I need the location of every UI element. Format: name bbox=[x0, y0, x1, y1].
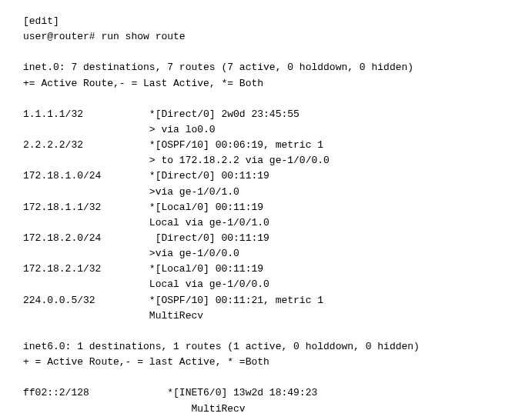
route-row: 172.18.2.1/32 *[Local/0] 00:11:19 bbox=[23, 262, 499, 277]
route-row: 2.2.2.2/32 *[OSPF/10] 00:06:19, metric 1 bbox=[23, 138, 499, 153]
blank-line bbox=[23, 92, 499, 107]
blank-line bbox=[23, 45, 499, 60]
route-row: 172.18.2.0/24 [Direct/0] 00:11:19 bbox=[23, 231, 499, 246]
route-row: > via lo0.0 bbox=[23, 122, 499, 138]
route-row: > to 172.18.2.2 via ge-1/0/0.0 bbox=[23, 153, 499, 168]
blank-line bbox=[23, 370, 499, 385]
inet6-summary: inet6.0: 1 destinations, 1 routes (1 act… bbox=[23, 339, 499, 355]
inet6-legend: + = Active Route,- = last Active, * =Bot… bbox=[23, 355, 499, 370]
route-row: MultiRecv bbox=[23, 402, 499, 417]
inet4-summary: inet.0: 7 destinations, 7 routes (7 acti… bbox=[23, 60, 499, 75]
route-row: >via ge-1/0/0.0 bbox=[23, 246, 499, 262]
route-row: Local via ge-1/0/0.0 bbox=[23, 277, 499, 292]
route-row: >via ge-1/0/1.0 bbox=[23, 185, 499, 200]
edit-marker: [edit] bbox=[23, 14, 499, 29]
inet4-route-table: 1.1.1.1/32 *[Direct/0] 2w0d 23:45:55 > v… bbox=[23, 107, 499, 324]
route-row: Local via ge-1/0/1.0 bbox=[23, 215, 499, 231]
cli-prompt: user@router# run show route bbox=[23, 29, 499, 45]
inet4-legend: += Active Route,- = Last Active, *= Both bbox=[23, 76, 499, 92]
route-row: 172.18.1.1/32 *[Local/0] 00:11:19 bbox=[23, 200, 499, 215]
inet6-route-table: ff02::2/128 *[INET6/0] 13w2d 18:49:23 Mu… bbox=[23, 385, 499, 416]
route-row: 224.0.0.5/32 *[OSPF/10] 00:11:21, metric… bbox=[23, 293, 499, 308]
route-row: MultiRecv bbox=[23, 308, 499, 324]
blank-line bbox=[23, 324, 499, 339]
route-row: ff02::2/128 *[INET6/0] 13w2d 18:49:23 bbox=[23, 385, 499, 401]
route-row: 1.1.1.1/32 *[Direct/0] 2w0d 23:45:55 bbox=[23, 107, 499, 122]
route-row: 172.18.1.0/24 *[Direct/0] 00:11:19 bbox=[23, 168, 499, 184]
